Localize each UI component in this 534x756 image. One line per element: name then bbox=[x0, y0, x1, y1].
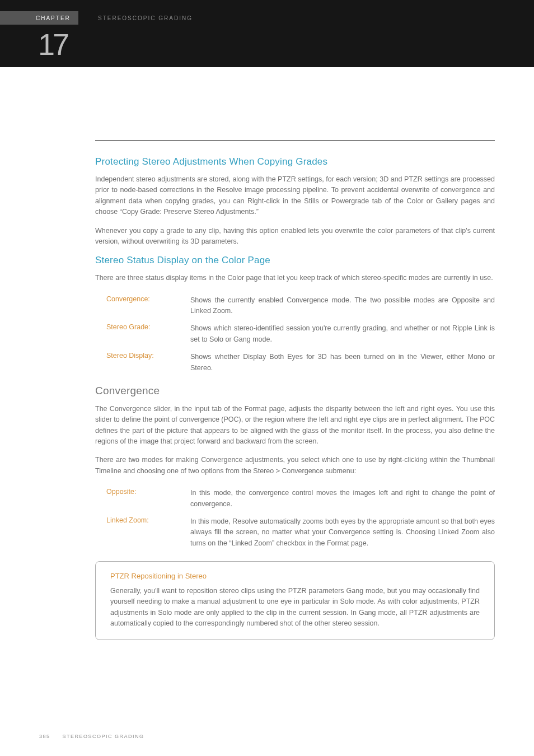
definition-term: Linked Zoom: bbox=[95, 513, 190, 552]
definition-desc: Shows whether Display Both Eyes for 3D h… bbox=[190, 348, 495, 377]
definition-desc: In this mode, the convergence control mo… bbox=[190, 484, 495, 513]
callout-title: PTZR Repositioning in Stereo bbox=[110, 572, 480, 580]
definition-term: Convergence: bbox=[95, 292, 190, 320]
page: CHAPTER STEREOSCOPIC GRADING 17 Protecti… bbox=[0, 0, 534, 756]
definition-desc: Shows which stereo-identified session yo… bbox=[190, 320, 495, 348]
definition-term: Stereo Grade: bbox=[95, 320, 190, 348]
chapter-label: CHAPTER bbox=[36, 15, 71, 21]
para-s1-p2: Whenever you copy a grade to any clip, h… bbox=[95, 226, 495, 248]
content-area: Protecting Stereo Adjustments When Copyi… bbox=[0, 67, 534, 640]
definition-list-convergence: Opposite: In this mode, the convergence … bbox=[95, 484, 495, 552]
page-number: 385 bbox=[39, 734, 50, 739]
heading-stereo-status: Stereo Status Display on the Color Page bbox=[95, 255, 495, 266]
page-footer: 385 STEREOSCOPIC GRADING bbox=[39, 734, 144, 739]
heading-protecting: Protecting Stereo Adjustments When Copyi… bbox=[95, 156, 495, 167]
callout-box: PTZR Repositioning in Stereo Generally, … bbox=[95, 561, 495, 640]
footer-title: STEREOSCOPIC GRADING bbox=[63, 734, 144, 739]
definition-row: Convergence: Shows the currently enabled… bbox=[95, 292, 495, 320]
chapter-strip: CHAPTER bbox=[0, 11, 78, 25]
definition-row: Linked Zoom: In this mode, Resolve autom… bbox=[95, 513, 495, 552]
horizontal-rule bbox=[95, 140, 495, 141]
definition-term: Opposite: bbox=[95, 484, 190, 513]
para-s3-p1: The Convergence slider, in the input tab… bbox=[95, 404, 495, 447]
header-bar: CHAPTER STEREOSCOPIC GRADING 17 bbox=[0, 0, 534, 67]
para-s2-intro: There are three status display items in … bbox=[95, 273, 495, 283]
para-s1-p1: Independent stereo adjustments are store… bbox=[95, 174, 495, 218]
definition-row: Stereo Display: Shows whether Display Bo… bbox=[95, 348, 495, 377]
chapter-number: 17 bbox=[38, 27, 67, 62]
header-section-title: STEREOSCOPIC GRADING bbox=[98, 11, 193, 25]
heading-convergence: Convergence bbox=[95, 385, 495, 397]
definition-row: Stereo Grade: Shows which stereo-identif… bbox=[95, 320, 495, 348]
definition-desc: Shows the currently enabled Convergence … bbox=[190, 292, 495, 320]
definition-term: Stereo Display: bbox=[95, 348, 190, 377]
callout-body: Generally, you'll want to reposition ste… bbox=[110, 586, 480, 629]
definition-list-status: Convergence: Shows the currently enabled… bbox=[95, 292, 495, 377]
definition-desc: In this mode, Resolve automatically zoom… bbox=[190, 513, 495, 552]
para-s3-p2: There are two modes for making Convergen… bbox=[95, 455, 495, 477]
definition-row: Opposite: In this mode, the convergence … bbox=[95, 484, 495, 513]
